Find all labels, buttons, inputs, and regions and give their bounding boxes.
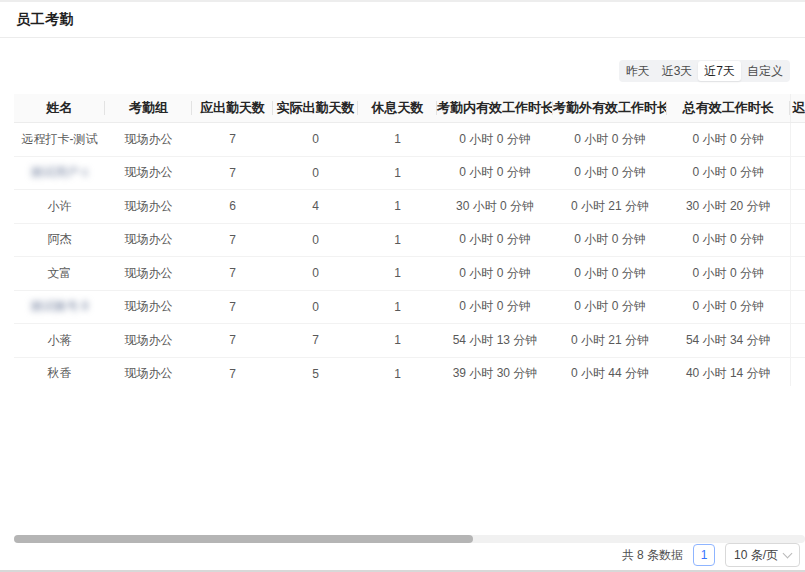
table-cell: 0 小时 0 分钟 [667,290,790,324]
table-cell: 7 [192,257,273,291]
page-size-label: 10 条/页 [734,547,778,564]
table-cell: 小蒋 [14,324,105,358]
table-cell: 测试用户 c [14,156,105,190]
table-cell: 0 小时 0 分钟 [437,156,553,190]
column-header: 实际出勤天数 [273,94,358,123]
table-cell: 30 小时 0 分钟 [437,190,553,224]
table-cell: 现场办公 [105,223,192,257]
table-cell: 现场办公 [105,324,192,358]
table-cell: 4 [273,190,358,224]
column-header: 考勤外有效工作时长 [553,94,667,123]
table-cell: 小许 [14,190,105,224]
table-cell: 0 小时 21 分钟 [553,324,667,358]
table-cell: 现场办公 [105,156,192,190]
table-cell [790,190,805,224]
table-cell: 0 [273,290,358,324]
table-row: 小蒋现场办公77154 小时 13 分钟0 小时 21 分钟54 小时 34 分… [14,324,805,358]
table-cell: 54 小时 34 分钟 [667,324,790,358]
table-cell: 0 小时 0 分钟 [553,257,667,291]
attendance-table-wrap: 姓名考勤组应出勤天数实际出勤天数休息天数考勤内有效工作时长考勤外有效工作时长总有… [14,94,805,386]
table-cell: 0 小时 0 分钟 [437,223,553,257]
date-range-filter: 昨天近3天近7天自定义 [619,60,790,82]
table-cell: 1 [358,357,437,386]
table-cell [790,223,805,257]
column-header: 姓名 [14,94,105,123]
table-cell: 7 [192,123,273,157]
table-cell: 现场办公 [105,123,192,157]
table-cell: 1 [358,190,437,224]
table-cell: 7 [192,223,273,257]
table-cell: 0 [273,257,358,291]
table-cell: 0 小时 0 分钟 [437,123,553,157]
column-header: 考勤组 [105,94,192,123]
horizontal-scrollbar-thumb[interactable] [14,535,473,543]
table-cell: 阿杰 [14,223,105,257]
table-cell: 0 小时 21 分钟 [553,190,667,224]
column-header: 迟到 [790,94,805,123]
table-cell: 1 [358,123,437,157]
page-1-button[interactable]: 1 [693,544,715,566]
table-cell: 1 [358,324,437,358]
pagination: 共 8 条数据 1 10 条/页 [622,543,800,567]
horizontal-scrollbar-track[interactable] [14,535,805,543]
page-header: 员工考勤 [0,2,805,38]
table-cell: 文富 [14,257,105,291]
table-cell: 0 [273,123,358,157]
table-cell: 0 小时 0 分钟 [553,223,667,257]
table-cell: 39 小时 30 分钟 [437,357,553,386]
table-cell [790,290,805,324]
table-cell: 0 小时 0 分钟 [437,290,553,324]
table-cell: 0 小时 0 分钟 [553,156,667,190]
table-cell: 0 小时 0 分钟 [667,223,790,257]
table-cell [790,324,805,358]
table-cell: 现场办公 [105,357,192,386]
page-size-select[interactable]: 10 条/页 [725,543,800,567]
filter-昨天[interactable]: 昨天 [620,61,656,81]
table-row: 测试账号 8现场办公7010 小时 0 分钟0 小时 0 分钟0 小时 0 分钟 [14,290,805,324]
table-cell: 远程打卡-测试 [14,123,105,157]
table-row: 阿杰现场办公7010 小时 0 分钟0 小时 0 分钟0 小时 0 分钟 [14,223,805,257]
attendance-table-body: 远程打卡-测试现场办公7010 小时 0 分钟0 小时 0 分钟0 小时 0 分… [14,123,805,387]
table-cell: 0 小时 0 分钟 [667,156,790,190]
table-cell: 54 小时 13 分钟 [437,324,553,358]
table-cell: 1 [358,223,437,257]
table-cell: 现场办公 [105,290,192,324]
table-cell: 7 [192,324,273,358]
table-cell: 6 [192,190,273,224]
table-cell: 现场办公 [105,190,192,224]
table-cell: 0 [273,156,358,190]
table-cell: 30 小时 20 分钟 [667,190,790,224]
table-cell: 现场办公 [105,257,192,291]
table-cell: 7 [192,156,273,190]
column-header: 应出勤天数 [192,94,273,123]
table-cell: 0 [273,223,358,257]
table-cell: 1 [358,156,437,190]
filter-近3天[interactable]: 近3天 [656,61,699,81]
chevron-down-icon [783,549,793,559]
table-row: 小许现场办公64130 小时 0 分钟0 小时 21 分钟30 小时 20 分钟 [14,190,805,224]
table-cell: 0 小时 0 分钟 [437,257,553,291]
attendance-table: 姓名考勤组应出勤天数实际出勤天数休息天数考勤内有效工作时长考勤外有效工作时长总有… [14,94,805,386]
table-cell: 0 小时 0 分钟 [667,257,790,291]
filter-自定义[interactable]: 自定义 [741,61,789,81]
column-header: 休息天数 [358,94,437,123]
table-cell: 7 [273,324,358,358]
column-header: 总有效工作时长 [667,94,790,123]
table-cell: 0 小时 44 分钟 [553,357,667,386]
table-cell [790,156,805,190]
table-cell: 7 [192,357,273,386]
table-cell [790,257,805,291]
column-header: 考勤内有效工作时长 [437,94,553,123]
page-title: 员工考勤 [16,11,74,29]
table-cell: 0 小时 0 分钟 [553,123,667,157]
table-row: 文富现场办公7010 小时 0 分钟0 小时 0 分钟0 小时 0 分钟 [14,257,805,291]
table-cell: 1 [358,257,437,291]
filter-近7天[interactable]: 近7天 [698,61,741,81]
table-row: 秋香现场办公75139 小时 30 分钟0 小时 44 分钟40 小时 14 分… [14,357,805,386]
table-cell: 测试账号 8 [14,290,105,324]
table-cell: 0 小时 0 分钟 [667,123,790,157]
table-cell [790,123,805,157]
table-row: 测试用户 c现场办公7010 小时 0 分钟0 小时 0 分钟0 小时 0 分钟 [14,156,805,190]
table-cell: 1 [358,290,437,324]
table-header-row: 姓名考勤组应出勤天数实际出勤天数休息天数考勤内有效工作时长考勤外有效工作时长总有… [14,94,805,123]
